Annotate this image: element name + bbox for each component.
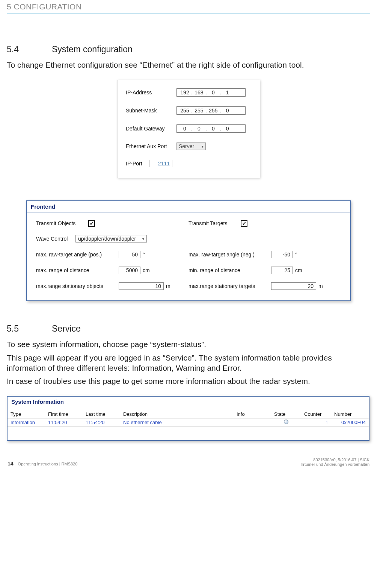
cm-unit: cm	[295, 267, 302, 273]
section-heading-5-4: 5.4System configuration	[7, 44, 370, 55]
max-stat-obj-label: max.range stationary objects	[36, 283, 119, 289]
gw-octet-2: 0	[193, 126, 205, 132]
max-angle-pos-label: max. raw-target angle (pos.)	[36, 252, 119, 258]
aux-port-label: Ethernet Aux Port	[126, 143, 176, 149]
gateway-label: Default Gateway	[126, 126, 176, 132]
wave-control-select[interactable]: up/doppler/down/doppler ▾	[75, 235, 147, 242]
ip-octet-2: 168	[193, 89, 205, 95]
gw-octet-3: 0	[208, 126, 219, 132]
sysinfo-title: System Information	[8, 397, 369, 407]
page-footer: 14 Operating instructions | RMS320 80215…	[7, 458, 370, 467]
col-first: First time	[45, 410, 83, 418]
section54-intro: To change Ethernet configuration see “Et…	[7, 60, 370, 70]
system-information-panel: System Information Type First time Last …	[7, 396, 369, 441]
section55-p3: In case of troubles use this page to get…	[7, 376, 370, 386]
gw-octet-1: 0	[179, 126, 190, 132]
transmit-objects-label: Transmit Objects	[36, 220, 87, 226]
min-dist-input[interactable]: 25	[271, 267, 293, 274]
aux-port-select[interactable]: Server ▾	[176, 142, 206, 150]
section-heading-5-5: 5.5Service	[7, 324, 370, 334]
chevron-down-icon: ▾	[202, 144, 204, 149]
ip-octet-1: 192	[179, 89, 190, 95]
sysinfo-table: Type First time Last time Description In…	[8, 410, 369, 427]
cell-counter: 1	[301, 418, 331, 427]
section-number: 5.4	[7, 44, 52, 55]
max-angle-neg-input[interactable]: -50	[271, 251, 293, 258]
max-stat-obj-input[interactable]: 10	[119, 282, 164, 290]
max-dist-label: max. range of distance	[36, 267, 119, 273]
cell-first: 11:54:20	[45, 418, 83, 427]
col-desc: Description	[120, 410, 234, 418]
cell-last: 11:54:20	[83, 418, 120, 427]
m-unit: m	[166, 283, 170, 289]
chapter-header: 5 CONFIGURATION	[7, 2, 370, 14]
cell-number: 0x2000F04	[331, 418, 369, 427]
min-dist-label: min. range of distance	[188, 267, 271, 273]
col-last: Last time	[83, 410, 120, 418]
ip-port-input[interactable]: 2111	[149, 160, 172, 167]
section55-p1: To see system information, choose page “…	[7, 339, 370, 349]
cell-state	[271, 418, 301, 427]
wave-control-value: up/doppler/down/doppler	[78, 236, 136, 242]
footer-right-2: Irrtümer und Änderungen vorbehalten	[301, 462, 369, 467]
col-counter: Counter	[301, 410, 331, 418]
mask-octet-4: 0	[222, 108, 233, 114]
table-header-row: Type First time Last time Description In…	[8, 410, 369, 418]
max-angle-pos-input[interactable]: 50	[119, 251, 140, 258]
max-stat-tgt-input[interactable]: 20	[271, 282, 316, 290]
ip-octet-3: 0	[208, 89, 219, 95]
frontend-title: Frontend	[27, 201, 350, 212]
transmit-objects-checkbox[interactable]: ✔	[88, 220, 95, 227]
frontend-panel: Frontend Transmit Objects ✔ Transmit Tar…	[26, 200, 351, 301]
col-type: Type	[8, 410, 45, 418]
col-number: Number	[331, 410, 369, 418]
aux-port-value: Server	[179, 143, 194, 149]
mask-octet-2: 255	[193, 108, 205, 114]
degree-unit: °	[295, 252, 297, 258]
degree-unit: °	[143, 252, 145, 258]
cell-info	[234, 418, 271, 427]
col-info: Info	[234, 410, 271, 418]
transmit-targets-checkbox[interactable]: ✔	[241, 220, 247, 227]
ip-address-input[interactable]: 192. 168. 0. 1	[176, 88, 246, 97]
max-angle-neg-label: max. raw-target angle (neg.)	[188, 252, 271, 258]
footer-right-1: 8021530/V0,.5/2016-07 | SICK	[301, 458, 369, 462]
max-dist-input[interactable]: 5000	[119, 267, 140, 274]
m-unit: m	[318, 283, 323, 289]
wave-control-label: Wave Control	[36, 236, 75, 242]
cell-type: Information	[8, 418, 45, 427]
col-state: State	[271, 410, 301, 418]
section-number: 5.5	[7, 324, 52, 334]
mask-octet-1: 255	[179, 108, 190, 114]
subnet-mask-input[interactable]: 255. 255. 255. 0	[176, 106, 246, 115]
ip-address-label: IP-Address	[126, 89, 176, 95]
max-stat-tgt-label: max.range stationary targets	[188, 283, 271, 289]
subnet-mask-label: Subnet-Mask	[126, 108, 176, 114]
section-title: System configuration	[52, 44, 133, 54]
transmit-targets-label: Transmit Targets	[188, 220, 239, 226]
ip-port-label: IP-Port	[126, 161, 149, 167]
table-row[interactable]: Information 11:54:20 11:54:20 No etherne…	[8, 418, 369, 427]
gw-octet-4: 0	[222, 126, 233, 132]
cell-desc: No ethernet cable	[120, 418, 234, 427]
page-number: 14	[8, 461, 14, 467]
section-title: Service	[52, 324, 81, 333]
chevron-down-icon: ▾	[142, 237, 144, 241]
ip-octet-4: 1	[222, 89, 233, 95]
ethernet-panel: IP-Address 192. 168. 0. 1 Subnet-Mask 25…	[117, 80, 260, 178]
mask-octet-3: 255	[208, 108, 219, 114]
state-indicator-icon	[284, 420, 288, 424]
section55-p2: This page will appear if you are logged …	[7, 353, 370, 373]
cm-unit: cm	[143, 267, 150, 273]
footer-left: Operating instructions | RMS320	[18, 462, 78, 466]
gateway-input[interactable]: 0. 0. 0. 0	[176, 124, 246, 133]
